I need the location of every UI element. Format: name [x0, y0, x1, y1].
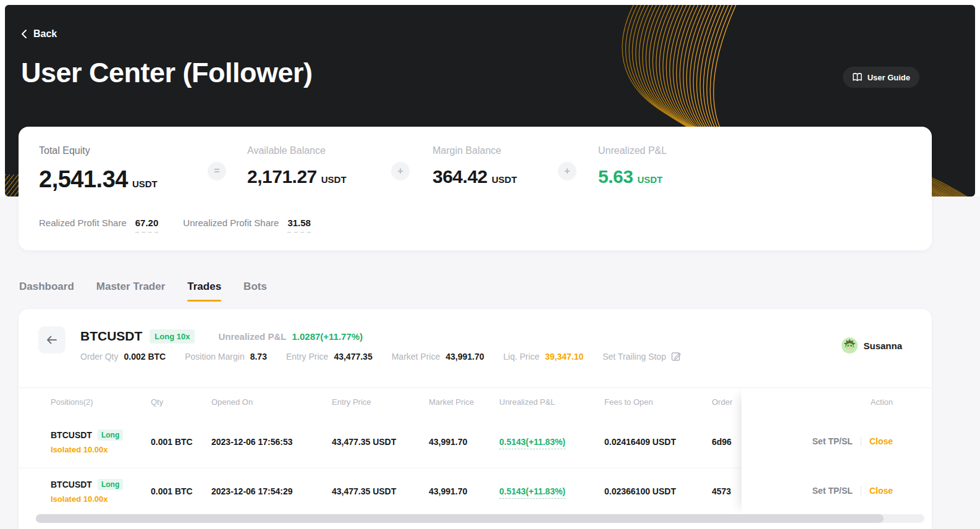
row-fees: 0.02416409 USDT [604, 437, 676, 447]
plus-icon: + [558, 162, 577, 180]
col-header-action: Action [871, 397, 893, 407]
col-header-market-price: Market Price [429, 397, 474, 407]
tab-dashboard-label: Dashboard [19, 281, 74, 292]
position-margin-label: Position Margin [185, 352, 245, 362]
market-price-label: Market Price [392, 352, 441, 362]
active-tab-underline [187, 300, 221, 302]
available-balance-value: 2,171.27 [247, 166, 317, 187]
trader-avatar [842, 337, 858, 353]
tab-bar: Dashboard Master Trader Trades Bots [19, 281, 267, 302]
close-position-button[interactable]: Close [869, 486, 893, 496]
back-label: Back [33, 28, 57, 40]
tab-bots-label: Bots [243, 281, 267, 292]
row-fees: 0.02366100 USDT [604, 486, 676, 496]
plus-glyph: + [564, 166, 570, 177]
row-market-price: 43,991.70 [429, 437, 467, 447]
margin-balance-block: Margin Balance 364.42 USDT [433, 145, 517, 187]
edit-icon [671, 351, 682, 362]
col-header-positions: Positions(2) [51, 397, 93, 407]
set-tpsl-button[interactable]: Set TP/SL [813, 486, 853, 496]
margin-balance-unit: USDT [492, 174, 517, 185]
action-divider [861, 486, 861, 496]
order-qty-value: 0.002 BTC [124, 352, 166, 362]
row-order-id: 6d96 [712, 437, 743, 447]
close-position-button[interactable]: Close [869, 436, 893, 446]
row-actions: Set TP/SL Close [813, 436, 893, 446]
margin-balance-value: 364.42 [433, 166, 488, 187]
row-unrealized-pnl[interactable]: 0.5143(+11.83%) [499, 486, 565, 499]
unrealized-pnl-unit: USDT [637, 174, 662, 185]
plus-glyph: + [397, 166, 403, 177]
entry-price-value: 43,477.35 [334, 352, 372, 362]
row-unrealized-pnl[interactable]: 0.5143(+11.83%) [499, 437, 565, 449]
trader-name: Susanna [863, 341, 902, 351]
row-qty: 0.001 BTC [151, 486, 193, 496]
equals-icon: = [208, 162, 226, 180]
position-margin-value: 8.73 [250, 352, 267, 362]
unrealized-pnl-value: 5.63 [598, 166, 633, 187]
balance-card: Total Equity 2,541.34 USDT = Available B… [19, 127, 932, 250]
row-symbol-text: BTCUSDT [51, 480, 92, 489]
row-market-price: 43,991.70 [429, 486, 467, 496]
market-price-value: 43,991.70 [446, 352, 484, 362]
user-guide-button[interactable]: User Guide [843, 67, 919, 88]
position-margin-stat: Position Margin 8.73 [185, 352, 267, 362]
available-balance-block: Available Balance 2,171.27 USDT [247, 145, 347, 187]
realized-profit-share-value[interactable]: 67.20 [135, 218, 159, 233]
available-balance-unit: USDT [321, 174, 347, 185]
set-trailing-stop-label: Set Trailing Stop [602, 352, 666, 362]
horizontal-scrollbar-track[interactable] [36, 514, 924, 523]
unrealized-profit-share-label: Unrealized Profit Share [183, 218, 279, 228]
tab-trades-label: Trades [187, 281, 221, 292]
unrealized-profit-share-value[interactable]: 31.58 [287, 218, 311, 233]
row-symbol-text: BTCUSDT [51, 430, 92, 440]
horizontal-scrollbar-thumb[interactable] [36, 514, 884, 523]
tab-dashboard[interactable]: Dashboard [19, 281, 74, 302]
trades-card: BTCUSDT Long 10x Unrealized P&L 1.0287(+… [19, 309, 932, 529]
user-guide-label: User Guide [868, 73, 910, 82]
tab-trades[interactable]: Trades [187, 281, 221, 302]
row-order-id: 4573 [712, 486, 743, 496]
position-summary-line2: Order Qty 0.002 BTC Position Margin 8.73… [80, 351, 682, 362]
total-equity-value: 2,541.34 [39, 166, 128, 193]
position-summary-line1: BTCUSDT Long 10x Unrealized P&L 1.0287(+… [80, 329, 363, 344]
set-trailing-stop-button[interactable]: Set Trailing Stop [602, 351, 682, 362]
margin-balance-label: Margin Balance [433, 145, 517, 156]
page: Back User Center (Follower) User Guide T… [0, 0, 980, 529]
tab-bots[interactable]: Bots [243, 281, 267, 302]
col-header-entry-price: Entry Price [332, 397, 371, 407]
master-trader-chip[interactable]: Susanna [842, 337, 902, 353]
set-tpsl-button[interactable]: Set TP/SL [813, 436, 853, 446]
available-balance-label: Available Balance [247, 145, 347, 156]
row-side-badge: Long [98, 479, 123, 490]
row-qty: 0.001 BTC [151, 437, 193, 447]
order-qty-label: Order Qty [80, 352, 118, 362]
row-margin-mode: Isolated 10.00x [51, 445, 108, 454]
position-symbol: BTCUSDT [80, 329, 142, 344]
row-side-badge: Long [98, 430, 123, 441]
row-opened-on: 2023-12-06 17:54:29 [211, 486, 293, 496]
total-equity-label: Total Equity [39, 145, 158, 156]
order-qty-stat: Order Qty 0.002 BTC [80, 352, 166, 362]
row-entry-price: 43,477.35 USDT [332, 437, 396, 447]
total-equity-unit: USDT [132, 179, 158, 189]
row-symbol: BTCUSDT Long [51, 479, 123, 490]
market-price-stat: Market Price 43,991.70 [392, 352, 484, 362]
back-chevron-icon [21, 29, 27, 39]
col-header-unrealized-pnl: Unrealized P&L [499, 397, 555, 407]
arrow-left-icon [46, 335, 57, 345]
sticky-action-column: Action Set TP/SL Close Set TP/SL Close [741, 388, 932, 515]
total-equity-block: Total Equity 2,541.34 USDT [39, 145, 158, 193]
back-button[interactable]: Back [21, 28, 57, 40]
position-side-badge: Long 10x [150, 329, 195, 344]
tab-master-trader[interactable]: Master Trader [96, 281, 166, 302]
col-header-fees: Fees to Open [604, 397, 653, 407]
entry-price-label: Entry Price [286, 352, 328, 362]
book-icon [852, 72, 863, 82]
position-back-button[interactable] [38, 326, 65, 353]
unrealized-pnl-label: Unrealized P&L [598, 145, 667, 156]
liq-price-label: Liq. Price [504, 352, 539, 362]
plus-icon: + [391, 162, 410, 180]
summary-pnl-label: Unrealized P&L [218, 331, 286, 342]
unrealized-pnl-block: Unrealized P&L 5.63 USDT [598, 145, 667, 187]
